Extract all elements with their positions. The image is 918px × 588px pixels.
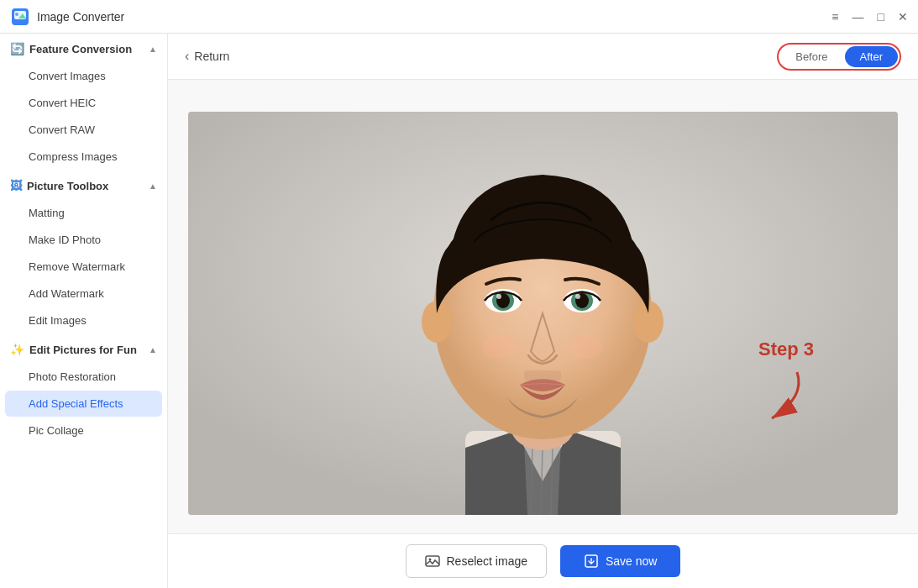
save-icon: [584, 554, 599, 569]
maximize-button[interactable]: □: [878, 11, 884, 23]
minimize-button[interactable]: —: [852, 11, 864, 23]
reselect-icon: [425, 554, 440, 569]
save-label: Save now: [606, 554, 657, 568]
content-area: ‹ Return Before After: [168, 34, 918, 588]
restore-button[interactable]: ≡: [831, 11, 838, 23]
sidebar-item-pic-collage[interactable]: Pic Collage: [5, 417, 162, 444]
svg-rect-25: [426, 556, 439, 566]
top-bar: ‹ Return Before After: [168, 34, 918, 80]
sidebar-section-feature-conversion[interactable]: 🔄 Feature Conversion ▲: [0, 34, 167, 62]
window-controls: ≡ — □ ✕: [831, 11, 908, 23]
sidebar-item-convert-heic[interactable]: Convert HEIC: [5, 90, 162, 116]
title-bar: Image Converter ≡ — □ ✕: [0, 0, 918, 34]
close-button[interactable]: ✕: [898, 11, 908, 23]
return-button[interactable]: ‹ Return: [185, 49, 229, 64]
sidebar-item-remove-watermark[interactable]: Remove Watermark: [5, 254, 162, 280]
return-arrow-icon: ‹: [185, 49, 189, 64]
sidebar-item-matting[interactable]: Matting: [5, 200, 162, 226]
portrait-image: [188, 112, 898, 515]
title-bar-left: Image Converter: [10, 7, 124, 27]
picture-toolbox-icon: 🖼: [10, 179, 22, 192]
edit-pictures-icon: ✨: [10, 343, 24, 356]
return-label: Return: [194, 50, 229, 63]
sidebar-section-edit-pictures-for-fun[interactable]: ✨ Edit Pictures for Fun ▲: [0, 334, 167, 363]
svg-point-20: [575, 294, 580, 299]
svg-point-16: [496, 294, 501, 299]
save-now-button[interactable]: Save now: [560, 545, 680, 577]
sidebar-section-picture-toolbox[interactable]: 🖼 Picture Toolbox ▲: [0, 171, 167, 199]
sidebar-item-make-id-photo[interactable]: Make ID Photo: [5, 227, 162, 253]
sidebar-item-add-watermark[interactable]: Add Watermark: [5, 281, 162, 307]
sidebar-item-convert-raw[interactable]: Convert RAW: [5, 117, 162, 143]
svg-point-2: [15, 13, 18, 16]
feature-conversion-icon: 🔄: [10, 42, 24, 55]
svg-point-23: [569, 335, 603, 359]
svg-rect-21: [524, 370, 561, 381]
reselect-image-button[interactable]: Reselect image: [406, 544, 548, 578]
sidebar-item-add-special-effects[interactable]: Add Special Effects: [5, 391, 162, 417]
sidebar: 🔄 Feature Conversion ▲ Convert Images Co…: [0, 34, 168, 588]
bottom-bar: Reselect image Save now: [168, 533, 918, 588]
feature-conversion-chevron: ▲: [149, 45, 157, 54]
reselect-label: Reselect image: [447, 554, 528, 568]
svg-point-22: [482, 335, 516, 359]
sidebar-item-edit-images[interactable]: Edit Images: [5, 307, 162, 333]
edit-pictures-chevron: ▲: [149, 345, 157, 354]
sidebar-item-convert-images[interactable]: Convert Images: [5, 63, 162, 89]
feature-conversion-label: Feature Conversion: [29, 43, 132, 55]
after-toggle-button[interactable]: After: [845, 46, 898, 67]
picture-toolbox-label: Picture Toolbox: [27, 180, 108, 192]
sidebar-item-compress-images[interactable]: Compress Images: [5, 144, 162, 170]
image-frame: Step 3: [188, 112, 898, 515]
app-icon: [10, 7, 30, 27]
image-container: Step 3: [168, 80, 918, 533]
picture-toolbox-chevron: ▲: [149, 181, 157, 191]
app-title: Image Converter: [37, 10, 124, 24]
edit-pictures-label: Edit Pictures for Fun: [29, 344, 137, 356]
before-after-toggle: Before After: [777, 43, 901, 71]
before-toggle-button[interactable]: Before: [780, 46, 842, 67]
sidebar-item-photo-restoration[interactable]: Photo Restoration: [5, 364, 162, 390]
main-layout: 🔄 Feature Conversion ▲ Convert Images Co…: [0, 34, 918, 588]
